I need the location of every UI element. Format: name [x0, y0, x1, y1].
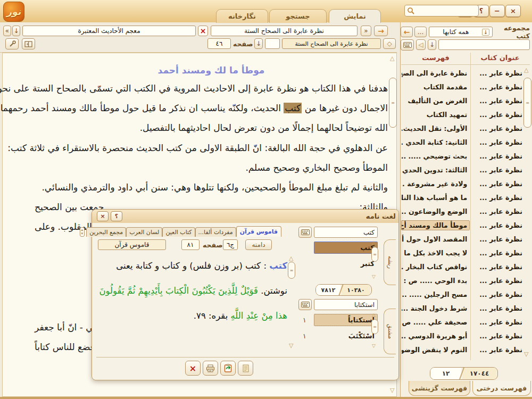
index-table-row[interactable]: نظرة عابر ... بحث توضيحي ..... ... — [401, 149, 522, 163]
index-table-row[interactable]: نظرة عابر ... النوم لا ينقض الوضو ... — [401, 343, 522, 356]
index-table-row[interactable]: نظرة عابر ... ولادة غير مشروعة ... ... — [401, 177, 522, 190]
back-arrow-button[interactable]: ← — [401, 27, 413, 37]
book-group-combo[interactable]: ↓ همه كتابها — [429, 27, 493, 37]
index-title-cell: صحيفة علي ..... ص : ٦٤ — [401, 317, 470, 327]
index-table-row[interactable]: نظرة عابر ... نظرة عابرة الى الصح ... — [401, 66, 522, 80]
derived-scroll-down-icon[interactable]: ▽ — [372, 344, 376, 348]
document-button[interactable] — [238, 361, 253, 376]
index-table-row[interactable]: نظرة عابر ... الوضع والوضاعون ... ... — [401, 204, 522, 218]
collapse-button[interactable]: « — [3, 26, 11, 36]
index-filter-input[interactable] — [438, 39, 530, 50]
index-table-row[interactable]: نظرة عابر ... بدء الوحي ..... ص : ٦٠ — [401, 273, 522, 287]
scope-button[interactable]: دامنه — [245, 239, 272, 250]
expand-button[interactable]: » — [361, 26, 371, 36]
play-left-icon[interactable]: ◁ — [416, 39, 426, 50]
dialog-title-bar[interactable]: × ؟ لغت نامه — [92, 210, 398, 223]
tab-mufradat[interactable]: مفردات ألفا... — [195, 227, 236, 237]
keyboard-button[interactable] — [401, 39, 414, 51]
index-title-cell: النوم لا ينقض الوضو ... — [401, 345, 470, 355]
content-scrollbar-thumb[interactable]: ≡ — [389, 78, 397, 128]
sidebar-scroll-down-icon[interactable]: ▽ — [524, 351, 528, 357]
index-table-row[interactable]: نظرة عابر ... تمهيد الكتاب — [401, 107, 522, 121]
tag-icon[interactable]: ◇ — [383, 38, 396, 49]
dialog-close-action-button[interactable]: × — [185, 361, 201, 376]
index-table-row[interactable]: نظرة عابر ... أبو هريرة الدوسي ... ... — [401, 329, 522, 343]
index-table-row[interactable]: نظرة عابر ... المقصد الاول حول أ ... — [401, 232, 522, 246]
book-dropdown-button[interactable]: ↓ — [12, 26, 20, 36]
definition-scroll-up-icon[interactable]: △ — [289, 255, 293, 261]
derived-scroll-up-icon[interactable]: △ — [372, 313, 376, 318]
content-scroll-down-icon[interactable]: ▽ — [390, 387, 394, 393]
index-title-cell: شرط دخول الجنة .... ... — [401, 303, 470, 313]
tab-search[interactable]: جستجو — [269, 9, 327, 23]
page-input[interactable] — [265, 38, 280, 49]
dialog-page-label: صفحه — [203, 239, 223, 250]
index-table-row[interactable]: نظرة عابر ... الثانية: كتابة الحدي ... — [401, 135, 522, 149]
index-table-row[interactable]: نظرة عابر ... صحيفة علي ..... ص : ٦٤ — [401, 315, 522, 329]
index-table-row[interactable]: نظرة عابر ... مقدمة الكتاب — [401, 80, 522, 94]
more-options-button[interactable]: ... — [414, 27, 427, 37]
root-keyboard-button[interactable] — [298, 227, 312, 238]
dialog-help-button[interactable]: ؟ — [111, 211, 122, 221]
index-table-row[interactable]: نظرة عابر ... ما هو أسباب هذا النك ... — [401, 190, 522, 204]
noor-logo-icon: نور — [3, 2, 24, 22]
copy-button[interactable] — [220, 361, 236, 376]
tab-gallery[interactable]: نگارخانه — [216, 9, 268, 23]
derived-list-item[interactable]: استكتاباً — [314, 314, 378, 326]
dialog-close-button[interactable]: × — [97, 211, 109, 221]
column-header-index[interactable]: فهرست — [402, 54, 469, 62]
split-view-button[interactable] — [22, 38, 35, 49]
index-table-row[interactable]: نظرة عابر ... الثالثة: تدوين الحدي ... — [401, 163, 522, 177]
root-scrollbar-thumb[interactable]: ≡ — [371, 247, 378, 262]
tab-tree-index[interactable]: فهرست درختى — [472, 381, 531, 396]
close-book-icon[interactable]: × — [198, 26, 208, 36]
close-button[interactable]: × — [505, 5, 521, 17]
tab-lisan-alarab[interactable]: لسان العرب — [126, 227, 162, 237]
side-tab-root[interactable]: ريشه — [384, 239, 396, 285]
index-table-row[interactable]: نظرة عابر ... شرط دخول الجنة .... ... — [401, 301, 522, 315]
forward-arrow-button[interactable]: → — [374, 26, 388, 36]
sidebar-scrollbar-thumb[interactable]: ≡ — [523, 78, 531, 128]
sidebar-scroll-up-icon[interactable]: △ — [524, 67, 528, 73]
definition-scroll-down-icon[interactable]: ▽ — [289, 343, 293, 348]
open-book-combo[interactable]: معجم الأحاديث المعتبرة — [22, 26, 196, 36]
tab-qamus-quran[interactable]: قاموس قرآن — [236, 226, 281, 237]
root-list-item[interactable]: كتب — [314, 242, 378, 254]
content-scroll-up-icon[interactable]: △ — [390, 55, 394, 61]
tab-majma-albahrain[interactable]: مجمع البحرين — [86, 227, 126, 237]
index-title-cell: ما هو أسباب هذا النك ... — [401, 193, 470, 203]
root-list-item[interactable]: كتبر — [314, 257, 378, 270]
filter-dropdown-button[interactable]: ↓ — [428, 39, 436, 50]
root-scroll-down-icon[interactable]: ▽ — [372, 275, 376, 279]
print-button[interactable] — [203, 361, 218, 376]
side-tab-derived[interactable]: مشتق — [384, 309, 396, 354]
index-table-row[interactable]: نظرة عابر ... مسح الرجلين ..... ... — [401, 287, 522, 301]
tab-spinner[interactable]: ▴▾ — [80, 227, 85, 237]
book-title-cell: نظرة عابر ... — [470, 83, 522, 91]
book-title-cell: نظرة عابر ... — [470, 180, 522, 188]
definition-scrollbar-thumb[interactable]: ≡ — [288, 262, 295, 279]
root-scroll-up-icon[interactable]: △ — [372, 240, 376, 245]
index-table-row[interactable]: نظرة عابر ... الغرض من التأليف — [401, 94, 522, 107]
tab-kitab-alayn[interactable]: كتاب العين — [162, 227, 195, 237]
column-header-book-title[interactable]: عنوان كتاب — [471, 54, 529, 62]
tab-display[interactable]: نمايش — [329, 9, 381, 23]
current-section-field[interactable]: نظرة عابرة الى الصحاح الستة — [211, 26, 358, 36]
index-table-row[interactable]: نظرة عابر ... موطأ مالك ومسند أح ... — [401, 218, 522, 232]
page-dropdown-button[interactable]: ↓ — [254, 38, 263, 49]
page-number-box[interactable]: ٤٦ — [207, 38, 231, 49]
derived-list-item[interactable]: اسْتَكْتَبَ — [314, 330, 378, 342]
root-search-input[interactable]: كتب — [314, 227, 378, 238]
tab-selective-index[interactable]: فهرست گزينشى — [409, 381, 470, 396]
printer-icon — [206, 364, 215, 372]
index-table-row[interactable]: نظرة عابر ... نواقص كتاب البخار ... — [401, 260, 522, 273]
quick-search-input[interactable] — [404, 5, 479, 16]
minimize-button[interactable]: − — [489, 5, 505, 17]
verse-reference: بقره: ٧٩. — [194, 311, 231, 321]
index-table-row[interactable]: نظرة عابر ... لا يجب الاخذ بكل ما ... — [401, 246, 522, 260]
derived-scrollbar-thumb[interactable]: ≡ — [371, 319, 378, 334]
derived-search-input[interactable]: استكتابا — [314, 299, 378, 310]
index-table-row[interactable]: نظرة عابر ... الأولى: نقل الحديث. ... — [401, 121, 522, 135]
derived-keyboard-button[interactable] — [298, 299, 312, 310]
settings-wrench-button[interactable] — [5, 38, 19, 49]
